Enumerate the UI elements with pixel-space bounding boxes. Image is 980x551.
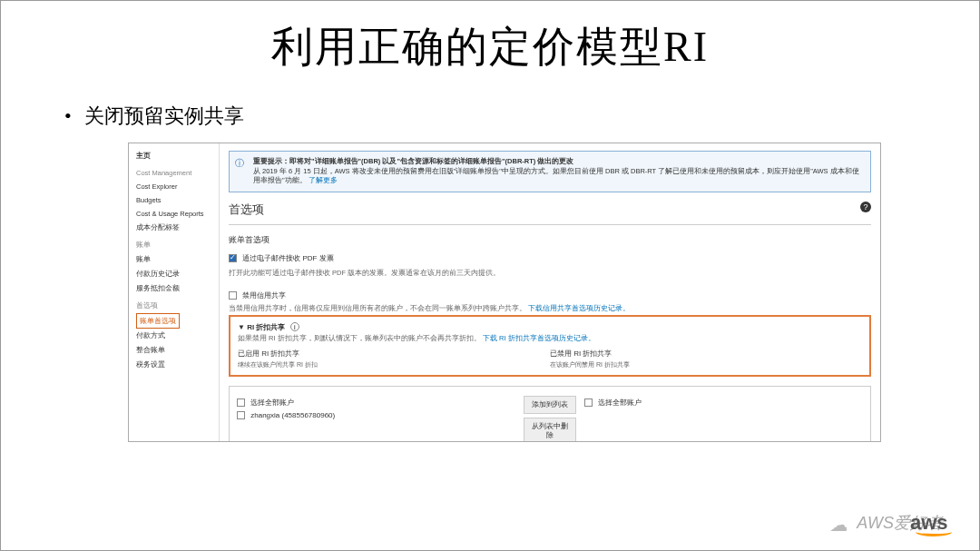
aws-logo: aws	[910, 511, 952, 536]
info-icon[interactable]: i	[290, 322, 299, 331]
sidebar-item-payment-methods[interactable]: 付款方式	[136, 329, 219, 343]
pdf-invoice-desc: 打开此功能可通过电子邮件接收 PDF 版本的发票。发票通常在该月的前三天内提供。	[229, 269, 871, 278]
sidebar-item-consolidated-billing[interactable]: 整合账单	[136, 343, 219, 358]
ri-enabled-column: 已启用 RI 折扣共享 继续在该账户间共享 RI 折扣	[238, 349, 550, 369]
bullet-item: 关闭预留实例共享	[64, 103, 943, 130]
ri-disabled-column: 已禁用 RI 折扣共享 在该账户间禁用 RI 折扣共享	[550, 349, 862, 369]
ri-discount-sharing-panel: ▼ RI 折扣共享 i 如果禁用 RI 折扣共享，则默认情况下，账单列表中的账户…	[229, 315, 871, 377]
remove-from-list-button[interactable]: 从列表中删除	[524, 418, 576, 443]
ri-enabled-sub: 继续在该账户间共享 RI 折扣	[238, 360, 550, 369]
slide: 利用正确的定价模型RI 关闭预留实例共享 主页 Cost Management …	[0, 0, 980, 551]
ri-disabled-heading: 已禁用 RI 折扣共享	[550, 349, 862, 359]
select-all-right[interactable]: 选择全部账户	[584, 398, 863, 408]
ri-panel-header[interactable]: ▼ RI 折扣共享 i	[238, 322, 862, 332]
account-row[interactable]: zhangxia (458556780960)	[237, 411, 515, 419]
sidebar-group-header: 首选项	[136, 301, 219, 310]
help-icon[interactable]: ?	[860, 202, 871, 212]
main-panel: ⓘ 重要提示：即将对"详细账单报告"(DBR) 以及"包含资源和标签的详细账单报…	[220, 143, 880, 441]
sidebar-group-header: 账单	[136, 241, 219, 250]
alert-learn-more-link[interactable]: 了解更多	[309, 176, 338, 184]
credit-history-link[interactable]: 下载信用共享首选项历史记录。	[528, 304, 630, 312]
selected-accounts-list: 选择全部账户	[584, 394, 863, 443]
info-alert: ⓘ 重要提示：即将对"详细账单报告"(DBR) 以及"包含资源和标签的详细账单报…	[229, 151, 871, 192]
transfer-buttons: 添加到列表 从列表中删除	[523, 394, 577, 443]
ri-enabled-heading: 已启用 RI 折扣共享	[238, 349, 550, 359]
sidebar-item-cost-explorer[interactable]: Cost Explorer	[136, 180, 219, 193]
ri-desc: 如果禁用 RI 折扣共享，则默认情况下，账单列表中的账户不会再共享折扣。	[238, 334, 481, 342]
checkbox-icon[interactable]	[237, 398, 245, 407]
credit-sharing-desc: 当禁用信用共享时，信用将仅应用到信用所有者的账户，不会在同一账单系列中跨账户共享…	[229, 304, 526, 312]
credit-sharing-option[interactable]: 禁用信用共享	[229, 290, 871, 300]
account-transfer-panel: 选择全部账户 zhangxia (458556780960) 添加到列表 从列表…	[229, 386, 871, 443]
divider	[229, 224, 871, 225]
sidebar-item-credits[interactable]: 服务抵扣金额	[136, 281, 219, 296]
select-all-left[interactable]: 选择全部账户	[237, 398, 515, 408]
pdf-invoice-option[interactable]: 通过电子邮件接收 PDF 发票	[229, 253, 871, 263]
account-label: zhangxia (458556780960)	[250, 411, 335, 419]
sidebar-item-budgets[interactable]: Budgets	[136, 193, 219, 207]
sidebar-item-payment-history[interactable]: 付款历史记录	[136, 267, 219, 281]
section-heading: 账单首选项	[229, 234, 871, 246]
ri-disabled-sub: 在该账户间禁用 RI 折扣共享	[550, 360, 862, 369]
available-accounts-list: 选择全部账户 zhangxia (458556780960)	[237, 394, 515, 443]
checkbox-icon[interactable]	[237, 411, 245, 419]
pdf-invoice-label: 通过电子邮件接收 PDF 发票	[242, 254, 333, 262]
caret-down-icon: ▼	[238, 323, 245, 331]
sidebar-item-cur[interactable]: Cost & Usage Reports	[136, 207, 219, 221]
credit-sharing-label: 禁用信用共享	[242, 291, 286, 300]
checkbox-icon[interactable]	[584, 398, 593, 407]
sidebar-item-cost-allocation[interactable]: 成本分配标签	[136, 221, 219, 235]
page-title: 首选项 ?	[229, 202, 871, 218]
sidebar-item-billing-preferences[interactable]: 账单首选项	[136, 313, 180, 329]
add-to-list-button[interactable]: 添加到列表	[524, 396, 576, 414]
wechat-icon	[829, 514, 851, 532]
sidebar-group-header: Cost Management	[136, 169, 219, 177]
aws-console-screenshot: 主页 Cost Management Cost Explorer Budgets…	[128, 143, 881, 442]
alert-heading: 重要提示：即将对"详细账单报告"(DBR) 以及"包含资源和标签的详细账单报告"…	[253, 157, 573, 165]
sidebar: 主页 Cost Management Cost Explorer Budgets…	[129, 143, 220, 441]
sidebar-home[interactable]: 主页	[136, 149, 219, 163]
checkbox-icon[interactable]	[229, 291, 237, 300]
sidebar-item-tax-settings[interactable]: 税务设置	[136, 358, 219, 372]
sidebar-item-bills[interactable]: 账单	[136, 252, 219, 267]
slide-title: 利用正确的定价模型RI	[37, 19, 943, 75]
checkbox-checked-icon[interactable]	[229, 254, 237, 262]
alert-body: 从 2019 年 6 月 15 日起，AWS 将改变未使用的预留费用在旧版"详细…	[253, 167, 859, 185]
ri-history-link[interactable]: 下载 RI 折扣共享首选项历史记录。	[483, 334, 595, 342]
info-icon: ⓘ	[235, 157, 244, 170]
